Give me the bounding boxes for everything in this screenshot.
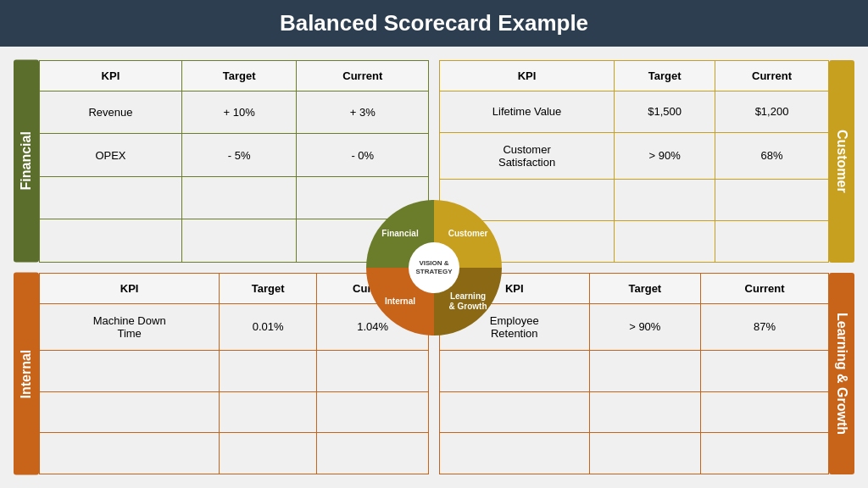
table-row <box>40 350 429 391</box>
financial-col-current: Current <box>297 61 429 92</box>
table-row <box>440 391 829 433</box>
learning-kpi-2 <box>440 350 590 391</box>
table-row: Revenue + 10% + 3% <box>40 92 429 134</box>
internal-col-target: Target <box>220 273 317 303</box>
customer-target-2: > 90% <box>615 132 715 179</box>
internal-current-3 <box>317 391 429 433</box>
financial-col-kpi: KPI <box>40 61 182 92</box>
main-content: Financial KPI Target Current Rev <box>0 47 868 488</box>
learning-kpi-4 <box>440 433 590 474</box>
circle-learning-label: Learning & Growth <box>446 288 491 315</box>
circle-center: VISION & STRATEGY <box>409 242 459 293</box>
learning-target-1: > 90% <box>589 303 701 350</box>
page: Balanced Scorecard Example Financial KPI… <box>0 0 868 488</box>
learning-target-3 <box>589 391 701 433</box>
internal-current-2 <box>317 350 429 391</box>
customer-current-1: $1,200 <box>715 92 829 133</box>
internal-target-1: 0.01% <box>220 303 317 350</box>
customer-col-target: Target <box>615 61 715 92</box>
internal-kpi-2 <box>40 350 220 391</box>
page-title: Balanced Scorecard Example <box>0 0 868 47</box>
customer-label: Customer <box>829 60 854 263</box>
customer-target-3 <box>615 180 715 221</box>
learning-target-2 <box>589 350 701 391</box>
financial-target-3 <box>181 176 297 219</box>
learning-col-target: Target <box>589 273 701 303</box>
financial-current-2: - 0% <box>297 134 429 176</box>
financial-label: Financial <box>14 60 39 263</box>
learning-col-current: Current <box>701 273 829 303</box>
internal-target-4 <box>220 433 317 474</box>
customer-target-1: $1,500 <box>615 92 715 133</box>
table-row <box>440 433 829 474</box>
circle-customer-label: Customer <box>445 225 492 242</box>
customer-current-4 <box>715 220 829 262</box>
internal-kpi-4 <box>40 433 220 474</box>
internal-col-kpi: KPI <box>40 273 220 303</box>
financial-target-2: - 5% <box>181 134 297 176</box>
circle-center-label: VISION & STRATEGY <box>416 259 453 275</box>
table-row <box>40 391 429 433</box>
learning-target-4 <box>589 433 701 474</box>
table-row: Lifetime Value $1,500 $1,200 <box>440 92 829 133</box>
customer-current-2: 68% <box>715 132 829 179</box>
customer-kpi-2: Customer Satisfaction <box>440 132 615 179</box>
table-row <box>40 433 429 474</box>
circle-internal-label: Internal <box>381 293 419 310</box>
customer-target-4 <box>615 220 715 262</box>
learning-current-3 <box>701 391 829 433</box>
financial-kpi-1: Revenue <box>40 92 182 134</box>
financial-kpi-3 <box>40 176 182 219</box>
learning-current-2 <box>701 350 829 391</box>
internal-current-4 <box>317 433 429 474</box>
financial-current-1: + 3% <box>297 92 429 134</box>
learning-current-1: 87% <box>701 303 829 350</box>
internal-target-3 <box>220 391 317 433</box>
customer-col-current: Current <box>715 61 829 92</box>
internal-kpi-3 <box>40 391 220 433</box>
customer-current-3 <box>715 180 829 221</box>
financial-target-4 <box>181 219 297 262</box>
internal-target-2 <box>220 350 317 391</box>
table-row: OPEX - 5% - 0% <box>40 134 429 176</box>
learning-current-4 <box>701 433 829 474</box>
financial-target-1: + 10% <box>181 92 297 134</box>
table-row: Customer Satisfaction > 90% 68% <box>440 132 829 179</box>
center-circle: Financial Customer Internal Learning & G… <box>366 200 502 336</box>
table-row <box>440 350 829 391</box>
internal-label: Internal <box>14 273 39 475</box>
customer-col-kpi: KPI <box>440 61 615 92</box>
financial-kpi-4 <box>40 219 182 262</box>
learning-kpi-3 <box>440 391 590 433</box>
internal-kpi-1: Machine Down Time <box>40 303 220 350</box>
financial-col-target: Target <box>181 61 297 92</box>
customer-kpi-1: Lifetime Value <box>440 92 615 133</box>
circle-financial-label: Financial <box>378 225 421 242</box>
learning-label: Learning & Growth <box>829 273 854 475</box>
center-circle-wrapper: Financial Customer Internal Learning & G… <box>366 200 502 336</box>
financial-kpi-2: OPEX <box>40 134 182 176</box>
